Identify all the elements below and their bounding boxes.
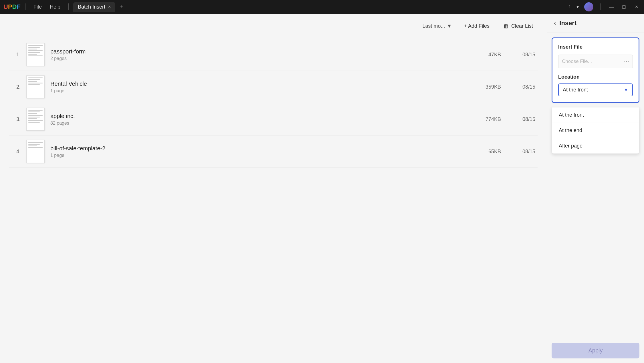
titlebar-controls: 1 ▼ — □ ×: [568, 2, 641, 11]
file-name: Rental Vehicle: [50, 81, 461, 87]
location-dropdown: At the front At the end After page: [552, 107, 639, 154]
file-info: Rental Vehicle 1 page: [50, 81, 461, 93]
window-count: 1: [568, 4, 571, 9]
file-thumbnail: [26, 108, 45, 131]
clear-list-button[interactable]: 🗑 Clear List: [499, 21, 538, 32]
app-logo: U P D F: [3, 3, 21, 11]
insert-panel: Insert File Choose File... ··· Location …: [552, 37, 639, 103]
location-title: Location: [558, 74, 633, 80]
menu-file[interactable]: File: [30, 3, 45, 11]
file-size: 47KB: [467, 52, 501, 58]
avatar[interactable]: [584, 2, 593, 11]
location-selected-value: At the front: [563, 87, 588, 93]
trash-icon: 🗑: [503, 23, 509, 29]
file-info: passport-form 2 pages: [50, 48, 461, 61]
titlebar-divider: [25, 3, 25, 10]
file-date: 08/15: [507, 149, 535, 155]
clear-list-label: Clear List: [511, 23, 533, 29]
sort-label: Last mo...: [423, 23, 445, 29]
file-input-row[interactable]: Choose File... ···: [558, 55, 633, 68]
logo-p: P: [8, 3, 12, 11]
titlebar-menu: File Help: [30, 3, 64, 11]
maximize-button[interactable]: □: [620, 3, 628, 11]
main-content: Last mo... ▼ + Add Files 🗑 Clear List 1.: [0, 14, 644, 363]
dropdown-item-at-front[interactable]: At the front: [552, 107, 639, 123]
sort-dropdown[interactable]: Last mo... ▼: [420, 21, 455, 31]
close-button[interactable]: ×: [633, 3, 641, 11]
file-name: bill-of-sale-template-2: [50, 145, 461, 152]
file-number: 3.: [11, 116, 21, 122]
file-info: apple inc. 82 pages: [50, 113, 461, 126]
file-size: 359KB: [467, 84, 501, 90]
logo-f: F: [17, 3, 20, 11]
file-date: 08/15: [507, 84, 535, 90]
insert-file-title: Insert File: [558, 44, 633, 50]
panel-spacer: [547, 154, 644, 338]
chevron-down-icon: ▼: [624, 87, 628, 93]
batch-insert-tab[interactable]: Batch Insert ×: [73, 2, 115, 12]
table-row: 4. bill-of-sale-template-2 1 page 65KB 0…: [9, 135, 538, 168]
file-number: 2.: [11, 84, 21, 90]
back-button[interactable]: ‹: [554, 19, 556, 27]
file-input-placeholder: Choose File...: [562, 59, 624, 64]
logo-d: D: [12, 3, 17, 11]
location-select[interactable]: At the front ▼: [558, 83, 633, 96]
file-list: 1. passport-form 2 pages: [9, 39, 538, 168]
file-size: 65KB: [467, 149, 501, 155]
browse-button[interactable]: ···: [624, 58, 629, 65]
apply-btn-container: Apply: [547, 338, 644, 363]
table-row: 1. passport-form 2 pages: [9, 39, 538, 71]
dropdown-item-at-end[interactable]: At the end: [552, 123, 639, 138]
sort-dropdown-icon: ▼: [447, 23, 452, 29]
toolbar: Last mo... ▼ + Add Files 🗑 Clear List: [9, 21, 538, 32]
logo-u: U: [3, 3, 8, 11]
file-pages: 82 pages: [50, 121, 461, 126]
insert-panel-inner: Insert File Choose File... ··· Location …: [552, 38, 639, 102]
table-row: 3. apple inc. 82 pages: [9, 103, 538, 135]
file-thumbnail: [26, 75, 45, 98]
file-pages: 2 pages: [50, 56, 461, 61]
add-files-button[interactable]: + Add Files: [459, 21, 494, 31]
file-thumbnail: [26, 140, 45, 163]
file-list-area: Last mo... ▼ + Add Files 🗑 Clear List 1.: [0, 14, 547, 363]
file-number: 1.: [11, 52, 21, 58]
panel-title: Insert: [559, 19, 576, 27]
add-files-label: + Add Files: [464, 23, 490, 29]
apply-button[interactable]: Apply: [552, 343, 639, 358]
file-size: 774KB: [467, 116, 501, 122]
menu-help[interactable]: Help: [46, 3, 64, 11]
file-name: apple inc.: [50, 113, 461, 119]
tab-title: Batch Insert: [78, 4, 105, 10]
controls-divider: [600, 3, 601, 10]
titlebar: U P D F File Help Batch Insert × + 1 ▼ —…: [0, 0, 644, 14]
file-pages: 1 page: [50, 153, 461, 158]
file-number: 4.: [11, 149, 21, 155]
file-info: bill-of-sale-template-2 1 page: [50, 145, 461, 158]
panel-header: ‹ Insert: [547, 14, 644, 33]
table-row: 2. Rental Vehicle 1 page 359KB 08/15: [9, 71, 538, 103]
titlebar-divider-2: [68, 3, 69, 10]
add-tab-button[interactable]: +: [118, 2, 126, 12]
right-panel: ‹ Insert Insert File Choose File... ··· …: [547, 14, 644, 363]
chevron-down-icon: ▼: [576, 5, 580, 9]
tab-close-icon[interactable]: ×: [108, 4, 111, 9]
file-thumbnail: [26, 43, 45, 66]
file-date: 08/15: [507, 52, 535, 58]
dropdown-item-after-page[interactable]: After page: [552, 138, 639, 153]
minimize-button[interactable]: —: [607, 3, 615, 11]
file-name: passport-form: [50, 48, 461, 55]
file-date: 08/15: [507, 116, 535, 122]
file-pages: 1 page: [50, 88, 461, 93]
